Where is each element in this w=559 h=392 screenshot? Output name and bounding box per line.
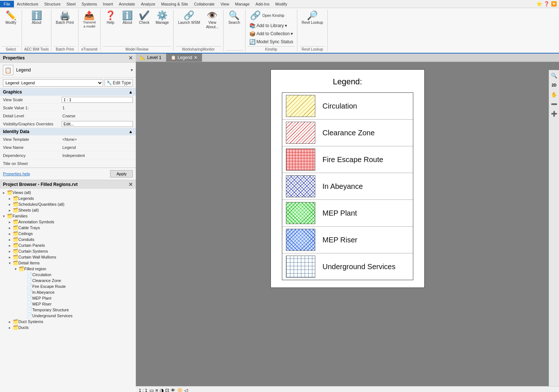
menu-modify[interactable]: Modify — [272, 1, 290, 7]
tree-families[interactable]: ▾ 🗂️ Families — [0, 213, 136, 219]
about-model-button[interactable]: ℹ️ About — [120, 10, 135, 26]
tab-level1[interactable]: 📐 Level 1 — [136, 54, 166, 62]
menu-collaborate[interactable]: Collaborate — [191, 1, 217, 7]
browser-tree: ▸ 🗂️ Views (all) ▸ 🗂️ Legends ▸ 🗂️ Sched… — [0, 189, 136, 392]
menu-massing[interactable]: Massing & Site — [158, 1, 191, 7]
menu-manage[interactable]: Manage — [232, 1, 253, 7]
properties-help-link[interactable]: Properties help — [3, 172, 30, 176]
tree-clearance-zone[interactable]: 📄 Clearance Zone — [0, 278, 136, 283]
revit-lookup-button[interactable]: 🔎 Revit Lookup — [300, 10, 325, 26]
ribbon: ✏️ Modify Select ℹ️ About AEC BIM Tools … — [0, 8, 559, 54]
help-model-button[interactable]: ❓ Help — [103, 10, 118, 26]
tree-sheets[interactable]: ▸ 🗂️ Sheets (all) — [0, 207, 136, 213]
tree-mep-plant[interactable]: 📄 MEP Plant — [0, 295, 136, 301]
browser-header: Project Browser - Filled Regions.rvt ✕ — [0, 180, 136, 189]
tree-in-abeyance[interactable]: 📄 In Abeyance — [0, 289, 136, 295]
menu-analyze[interactable]: Analyze — [138, 1, 158, 7]
legend-select-dropdown[interactable]: Legend: Legend — [3, 79, 103, 87]
menu-annotate[interactable]: Annotate — [116, 1, 138, 7]
open-kinship-button[interactable]: 🔗 Open Kinship — [248, 10, 287, 21]
swatch-circulation — [286, 95, 315, 117]
tree-conduits[interactable]: ▸ 🗂️ Conduits — [0, 237, 136, 242]
menu-structure[interactable]: Structure — [41, 1, 63, 7]
temporary-hide-icon[interactable]: 🔆 — [177, 388, 183, 392]
menu-architecture[interactable]: Architecture — [14, 1, 41, 7]
expand-schedules-icon: ▸ — [7, 202, 12, 206]
model-sync-button[interactable]: 🔄 Model Sync Status — [248, 38, 295, 45]
add-collection-button[interactable]: 📦 Add to Collection ▾ — [248, 30, 295, 37]
tree-detail-items[interactable]: ▾ 🗂️ Detail Items — [0, 260, 136, 266]
tree-ducts[interactable]: ▸ 🗂️ Ducts — [0, 325, 136, 330]
rectangle-view-icon[interactable]: ▭ — [149, 388, 154, 392]
minimize-icon[interactable]: 🔽 — [551, 1, 557, 7]
menu-view[interactable]: View — [218, 1, 232, 7]
type-dropdown-button[interactable]: ▾ — [131, 67, 133, 73]
pan-button[interactable]: ✋ — [550, 91, 558, 99]
reveal-hidden-icon[interactable]: 👁 — [171, 388, 175, 392]
batch-print-button[interactable]: 🖨️ Batch Print — [54, 10, 76, 26]
check-button[interactable]: ✔️ Check — [137, 10, 152, 26]
visibility-edit-button[interactable]: Edit... — [62, 121, 133, 127]
menu-file[interactable]: File — [0, 1, 14, 7]
zoom-2d-button[interactable]: 2D — [550, 81, 558, 89]
legend-item-fire-escape: Fire Escape Route — [282, 146, 413, 173]
prop-view-template: View Template <None> — [0, 135, 136, 143]
manage-button[interactable]: ⚙️ Manage — [153, 10, 171, 26]
question-icon[interactable]: ❓ — [544, 1, 549, 7]
thin-lines-icon[interactable]: ≡ — [155, 388, 158, 392]
modify-button[interactable]: ✏️ Modify — [3, 10, 19, 26]
about-aec-button[interactable]: ℹ️ About — [29, 10, 44, 26]
tree-curtain-systems[interactable]: ▸ 🗂️ Curtain Systems — [0, 248, 136, 254]
tab-legend[interactable]: 📋 Legend ✕ — [166, 54, 202, 62]
zoom-in-button[interactable]: ➕ — [550, 110, 558, 118]
tree-schedules[interactable]: ▸ 🗂️ Schedules/Quantities (all) — [0, 201, 136, 207]
group-label-batch: Batch Print — [54, 46, 76, 51]
shadows-icon[interactable]: ◑ — [160, 388, 164, 392]
tree-underground-services[interactable]: 📄 Underground Services — [0, 313, 136, 319]
tree-curtain-wall-mullions[interactable]: ▸ 🗂️ Curtain Wall Mullions — [0, 254, 136, 260]
tree-circulation[interactable]: 📄 Circulation — [0, 272, 136, 278]
tree-views-all[interactable]: ▸ 🗂️ Views (all) — [0, 190, 136, 195]
tree-annotation-symbols[interactable]: ▸ 🗂️ Annotation Symbols — [0, 219, 136, 225]
add-library-button[interactable]: 📚 Add to Library ▾ — [248, 22, 289, 29]
swatch-mep-plant — [286, 202, 315, 224]
tree-mep-riser[interactable]: 📄 MEP Riser — [0, 301, 136, 307]
search-button[interactable]: 🔍 Search — [226, 10, 242, 26]
quick-access-icon[interactable]: ⭐ — [536, 1, 542, 7]
identity-section-header[interactable]: Identity Data ▲ — [0, 128, 136, 135]
expand-sheets-icon: ▸ — [7, 208, 12, 212]
graphics-section-header[interactable]: Graphics ▲ — [0, 88, 136, 96]
apply-button[interactable]: Apply — [110, 170, 133, 177]
edit-type-button[interactable]: 🔧 Edit Type — [105, 79, 133, 87]
tree-cable-trays[interactable]: ▸ 🗂️ Cable Trays — [0, 225, 136, 231]
tab-legend-close-button[interactable]: ✕ — [194, 55, 197, 60]
launch-wsm-button[interactable]: 🔗 Launch WSM — [176, 10, 202, 26]
menu-addins[interactable]: Add-Ins — [253, 1, 272, 7]
swatch-in-abeyance — [286, 175, 315, 197]
menu-systems[interactable]: Systems — [79, 1, 100, 7]
canvas-content[interactable]: Legend: Circulation Clearance Zone — [136, 62, 559, 386]
menu-insert[interactable]: Insert — [100, 1, 116, 7]
zoom-out-button[interactable]: ➖ — [550, 100, 558, 108]
properties-close-button[interactable]: ✕ — [128, 55, 133, 61]
browser-close-button[interactable]: ✕ — [128, 182, 133, 187]
tree-curtain-panels[interactable]: ▸ 🗂️ Curtain Panels — [0, 242, 136, 248]
tree-temporary-structure[interactable]: 📄 Temporary Structure — [0, 307, 136, 313]
group-label-revit-lookup: Revit Lookup — [300, 46, 325, 51]
transmit-icon: 📤 — [84, 11, 95, 20]
tree-legends[interactable]: ▸ 🗂️ Legends — [0, 195, 136, 201]
zoom-button[interactable]: 🔍 — [550, 72, 558, 80]
crop-icon[interactable]: ⊡ — [165, 388, 169, 392]
transmit-button[interactable]: 📤 Transmita model — [81, 10, 98, 30]
view-nav-icon[interactable]: ◁ — [184, 388, 188, 392]
tree-fire-escape-route[interactable]: 📄 Fire Escape Route — [0, 283, 136, 289]
view-scale-input[interactable] — [62, 97, 133, 103]
prop-detail-level: Detail Level Coarse — [0, 112, 136, 120]
tree-filled-region[interactable]: ▾ 🗂️ Filled region — [0, 266, 136, 272]
expand-views-icon: ▸ — [1, 191, 7, 195]
tree-ceilings[interactable]: ▸ 🗂️ Ceilings — [0, 231, 136, 237]
menu-steel[interactable]: Steel — [63, 1, 79, 7]
view-about-button[interactable]: 👁️ ViewAbout... — [204, 10, 221, 31]
tree-duct-systems[interactable]: ▸ 🗂️ Duct Systems — [0, 319, 136, 325]
prop-type-row: 📋 Legend ▾ — [0, 63, 136, 78]
